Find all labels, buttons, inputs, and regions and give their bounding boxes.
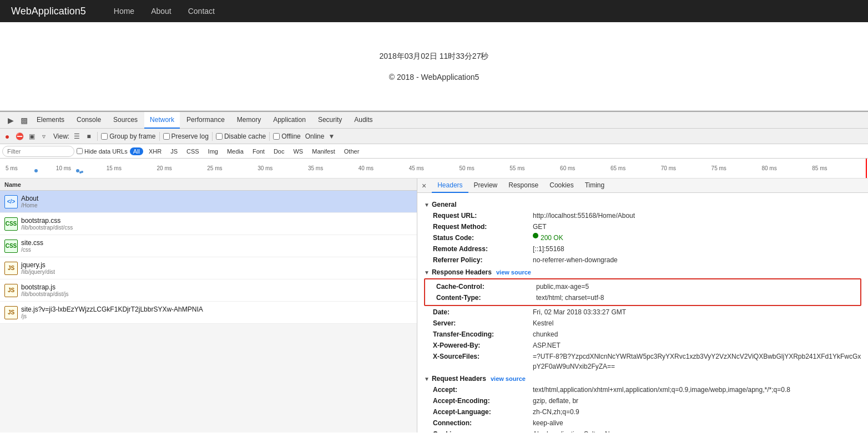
header-row-cache-control: Cache-Control: public,max-age=5 [427, 282, 858, 292]
file-name: site.js?v=ji3-lxbEzYWjzzLCGkF1KDjrT2jLbb… [21, 305, 203, 313]
tab-audits[interactable]: Audits [349, 112, 378, 129]
view-label: View: [53, 133, 69, 140]
details-tab-headers[interactable]: Headers [432, 179, 468, 193]
timeline-label-7: 40 ms [359, 165, 409, 171]
throttle-dropdown-icon[interactable]: ▼ [326, 131, 336, 141]
filter-img-btn[interactable]: Img [205, 147, 221, 155]
devtools-cursor-icon[interactable]: ▶ [4, 114, 17, 126]
list-item[interactable]: </> About /Home [0, 191, 417, 213]
header-name: X-SourceFiles: [433, 352, 533, 361]
response-headers-section-header[interactable]: Response Headers view source [424, 268, 861, 276]
filter-ws-btn[interactable]: WS [290, 147, 306, 155]
filter-icon[interactable]: ▿ [39, 131, 49, 141]
filter-all-btn[interactable]: All [130, 147, 143, 155]
list-item[interactable]: JS site.js?v=ji3-lxbEzYWjzzLCGkF1KDjrT2j… [0, 302, 417, 324]
filter-css-btn[interactable]: CSS [183, 147, 203, 155]
request-headers-section-header[interactable]: Request Headers view source [424, 375, 861, 383]
tab-performance[interactable]: Performance [181, 112, 230, 129]
header-row-x-sourcefiles: X-SourceFiles: =?UTF-8?B?YzpcdXNlcnNcYWR… [424, 352, 861, 371]
filter-doc-btn[interactable]: Doc [270, 147, 288, 155]
large-rows-icon[interactable]: ■ [84, 131, 94, 141]
timeline-label-3: 20 ms [157, 165, 207, 171]
header-row-request-url: Request URL: http://localhost:55168/Home… [424, 211, 861, 221]
details-tab-timing[interactable]: Timing [579, 179, 610, 193]
svg-point-1 [76, 169, 79, 172]
hide-data-urls-label: Hide data URLs [84, 148, 128, 155]
filter-input[interactable] [2, 146, 74, 157]
filter-font-btn[interactable]: Font [249, 147, 268, 155]
details-close-button[interactable]: × [420, 181, 428, 190]
header-value: [::1]:55168 [533, 244, 564, 254]
file-path: /lib/bootstrap/dist/js [21, 291, 69, 297]
timeline-label-14: 75 ms [711, 165, 762, 171]
file-list: Name </> About /Home CSS bootstrap.css /… [0, 179, 417, 432]
tab-application[interactable]: Application [268, 112, 311, 129]
header-name: Cache-Control: [436, 282, 536, 292]
timeline-label-2: 15 ms [107, 165, 157, 171]
filter-js-btn[interactable]: JS [167, 147, 181, 155]
clear-button[interactable]: ⛔ [14, 131, 24, 141]
file-info: bootstrap.css /lib/bootstrap/dist/css [21, 217, 73, 231]
header-value: text/html; charset=utf-8 [536, 293, 604, 303]
list-item[interactable]: CSS site.css /css [0, 235, 417, 257]
file-icon-html: </> [4, 195, 18, 208]
tab-network[interactable]: Network [144, 112, 180, 129]
filter-other-btn[interactable]: Other [341, 147, 363, 155]
details-tab-cookies[interactable]: Cookies [544, 179, 579, 193]
navbar-link-about[interactable]: About [151, 7, 171, 16]
timeline-label-12: 65 ms [610, 165, 661, 171]
filter-manifest-btn[interactable]: Manifest [309, 147, 339, 155]
header-value: =?UTF-8?B?YzpcdXNlcnNcYWRtaW5pc3RyYXRvc1… [533, 352, 861, 371]
header-name: Accept-Encoding: [433, 396, 533, 406]
list-item[interactable]: JS jquery.js /lib/jquery/dist [0, 257, 417, 279]
response-headers-view-source[interactable]: view source [496, 269, 531, 276]
list-view-icon[interactable]: ☰ [72, 131, 82, 141]
tab-sources[interactable]: Sources [108, 112, 143, 129]
svg-point-3 [81, 171, 83, 173]
navbar-link-contact[interactable]: Contact [188, 7, 215, 16]
timeline-label-8: 45 ms [409, 165, 460, 171]
file-name: site.css [21, 239, 43, 247]
header-value: zh-CN,zh;q=0.9 [533, 407, 579, 417]
list-item[interactable]: CSS bootstrap.css /lib/bootstrap/dist/cs… [0, 213, 417, 235]
hide-data-urls-checkbox[interactable] [77, 148, 83, 154]
general-section-header[interactable]: General [424, 201, 861, 208]
filter-media-btn[interactable]: Media [224, 147, 247, 155]
filter-xhr-btn[interactable]: XHR [145, 147, 165, 155]
tab-elements[interactable]: Elements [31, 112, 70, 129]
timeline-labels: 5 ms 10 ms 15 ms 20 ms 25 ms 30 ms 35 ms… [0, 165, 868, 171]
offline-checkbox[interactable] [273, 133, 280, 140]
toolbar-divider-1 [97, 132, 98, 141]
tab-memory[interactable]: Memory [231, 112, 266, 129]
filter-bar: Hide data URLs All XHR JS CSS Img Media … [0, 144, 868, 159]
tab-console[interactable]: Console [71, 112, 107, 129]
tab-security[interactable]: Security [312, 112, 347, 129]
hide-data-urls-group: Hide data URLs [77, 148, 128, 155]
camera-icon[interactable]: ▣ [27, 131, 37, 141]
preserve-log-label: Preserve log [171, 133, 209, 140]
group-by-frame-group: Group by frame [101, 133, 155, 140]
header-name: Request URL: [433, 211, 533, 221]
disable-cache-group: Disable cache [216, 133, 266, 140]
navbar-link-home[interactable]: Home [114, 7, 134, 16]
preserve-log-checkbox[interactable] [163, 133, 170, 140]
header-row-status-code: Status Code: 200 OK [424, 233, 861, 243]
header-name: Date: [433, 307, 533, 317]
details-tab-preview[interactable]: Preview [468, 179, 503, 193]
devtools-phone-icon[interactable]: ▩ [18, 114, 30, 126]
request-headers-view-source[interactable]: view source [491, 375, 526, 382]
disable-cache-checkbox[interactable] [216, 133, 223, 140]
details-tab-response[interactable]: Response [503, 179, 544, 193]
header-value: gzip, deflate, br [533, 396, 578, 406]
group-by-frame-checkbox[interactable] [101, 133, 108, 140]
offline-label: Offline [281, 133, 300, 140]
header-value: ASP.NET [533, 340, 561, 350]
navbar-brand[interactable]: WebApplication5 [11, 6, 86, 17]
record-button[interactable]: ● [2, 131, 12, 141]
devtools-tab-bar: ▶ ▩ Elements Console Sources Network Per… [0, 112, 868, 129]
navbar: WebApplication5 Home About Contact [0, 0, 868, 22]
online-label: Online [305, 133, 325, 140]
file-list-header: Name [0, 179, 417, 191]
header-value: Kestrel [533, 318, 553, 328]
list-item[interactable]: JS bootstrap.js /lib/bootstrap/dist/js [0, 279, 417, 302]
